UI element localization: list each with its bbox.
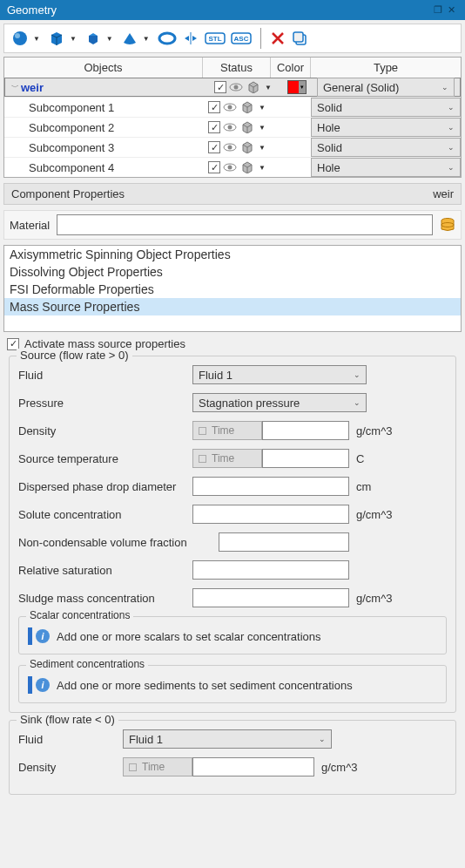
svg-point-12 [228,105,232,110]
time-button[interactable]: Time [192,421,262,440]
sludge-input[interactable] [192,588,349,607]
list-item[interactable]: FSI Deformable Properties [4,281,461,298]
table-row[interactable]: ﹀weir ✓ ▼ ▾ General (Solid)⌄ [4,78,461,97]
visibility-icon[interactable] [222,162,238,173]
color-swatch[interactable]: ▾ [287,80,307,94]
sediment-title: Sediment concentrations [26,658,148,670]
svg-text:ASC: ASC [233,35,248,43]
chevron-down-icon[interactable]: ▼ [143,35,150,43]
type-select[interactable]: Solid⌄ [311,138,461,157]
chevron-down-icon[interactable]: ▼ [70,35,77,43]
chevron-down-icon[interactable]: ▼ [265,84,272,92]
info-icon: i [36,629,50,643]
window-title: Geometry [7,3,57,17]
list-item[interactable]: Dissolving Object Properties [4,263,461,281]
sink-density-unit: g/cm^3 [321,761,358,774]
chevron-down-icon[interactable]: ▼ [259,104,266,112]
row-name: Subcomponent 3 [13,141,114,154]
enable-checkbox[interactable]: ✓ [208,101,220,113]
enable-checkbox[interactable]: ✓ [214,81,226,93]
scalar-message: Add one or more scalars to set scalar co… [57,630,320,643]
table-row[interactable]: Subcomponent 3 ✓▼ Solid⌄ [4,137,461,157]
properties-list[interactable]: Axisymmetric Spinning Object Properties … [3,245,462,332]
scalar-group: Scalar concentrations i Add one or more … [18,616,447,654]
copy-tool[interactable] [289,28,310,49]
type-select[interactable]: Solid⌄ [311,98,461,117]
time-button[interactable]: Time [192,449,262,468]
chevron-down-icon[interactable]: ▼ [259,124,266,132]
chevron-down-icon[interactable]: ▼ [259,144,266,152]
cone-tool[interactable] [119,28,140,49]
solute-label: Solute concentration [18,508,192,521]
svg-point-1 [15,33,20,38]
sediment-message: Add one or more sediments to set sedimen… [57,679,353,692]
render-icon[interactable] [239,101,255,113]
time-button[interactable]: Time [123,757,192,776]
render-icon[interactable] [239,121,255,133]
visibility-icon[interactable] [222,122,238,132]
header-objects[interactable]: Objects [4,58,203,78]
temperature-unit: C [356,452,364,465]
table-row[interactable]: Subcomponent 2 ✓▼ Hole⌄ [4,117,461,137]
fluid-select[interactable]: Fluid 1⌄ [192,365,367,384]
svg-rect-8 [293,32,303,42]
table-row[interactable]: Subcomponent 1 ✓▼ Solid⌄ [4,97,461,117]
list-item[interactable]: Axisymmetric Spinning Object Properties [4,246,461,263]
type-select[interactable]: Hole⌄ [311,158,461,177]
chevron-down-icon[interactable]: ▼ [33,35,40,43]
expand-icon[interactable]: ﹀ [10,82,19,93]
ncvf-input[interactable] [219,532,349,552]
torus-tool[interactable] [156,28,179,49]
svg-point-2 [159,33,175,44]
sphere-tool[interactable] [10,28,30,49]
table-header: Objects Status Color Type [4,58,461,78]
enable-checkbox[interactable]: ✓ [208,121,220,133]
database-icon[interactable] [440,217,455,233]
asc-tool[interactable]: ASC [229,29,253,48]
temperature-label: Source temperature [18,452,192,465]
delete-tool[interactable] [268,29,287,48]
header-color[interactable]: Color [271,58,311,78]
stl-tool[interactable]: STL [203,29,227,48]
chevron-down-icon[interactable]: ▼ [106,35,113,43]
material-input[interactable] [57,214,433,235]
svg-point-10 [234,85,239,90]
density-input[interactable] [262,421,349,440]
drop-diameter-input[interactable] [192,477,349,496]
header-type[interactable]: Type [311,58,461,78]
visibility-icon[interactable] [228,82,244,92]
component-properties-label: Component Properties [11,187,125,200]
type-select[interactable]: General (Solid)⌄ [317,78,455,97]
relsat-input[interactable] [192,560,349,580]
enable-checkbox[interactable]: ✓ [208,161,220,173]
solute-input[interactable] [192,505,349,524]
visibility-icon[interactable] [222,102,238,112]
pressure-select[interactable]: Stagnation pressure⌄ [192,393,367,412]
table-row[interactable]: Subcomponent 4 ✓▼ Hole⌄ [4,157,461,177]
render-icon[interactable] [239,141,255,153]
temperature-input[interactable] [262,449,349,468]
sink-fluid-select[interactable]: Fluid 1⌄ [123,729,332,749]
row-name: weir [19,81,44,94]
close-icon[interactable]: ✕ [444,4,458,16]
chevron-down-icon[interactable]: ▼ [259,164,266,172]
component-properties-header: Component Properties weir [3,183,462,205]
list-item[interactable]: Mass Source Properties [4,298,461,315]
pressure-label: Pressure [18,397,192,410]
drop-diameter-label: Dispersed phase drop diameter [18,480,192,493]
render-icon[interactable] [246,81,261,93]
cylinder-tool[interactable] [83,28,104,49]
row-name: Subcomponent 4 [13,161,114,174]
sink-fluid-label: Fluid [18,733,123,746]
mirror-tool[interactable] [180,28,201,49]
box-tool[interactable] [46,28,67,49]
restore-icon[interactable]: ❐ [430,4,444,16]
header-status[interactable]: Status [203,58,271,78]
type-select[interactable]: Hole⌄ [311,118,461,137]
sink-density-input[interactable] [192,757,314,776]
source-title: Source (flow rate > 0) [17,349,132,362]
visibility-icon[interactable] [222,142,238,153]
enable-checkbox[interactable]: ✓ [208,141,220,153]
sludge-unit: g/cm^3 [356,592,393,605]
render-icon[interactable] [239,161,255,173]
